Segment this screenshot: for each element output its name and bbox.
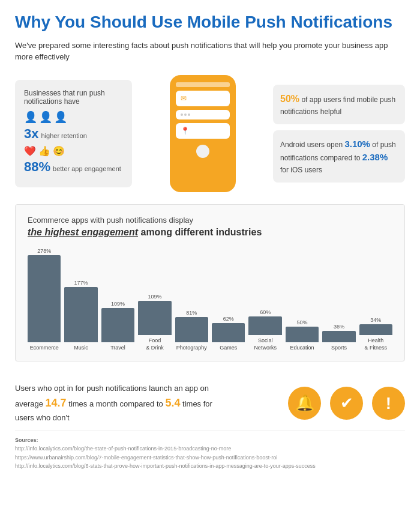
bar-value-1: 177% [74,280,88,286]
retention-number: 3x [24,126,38,142]
bar-chart: 278%Ecommerce177%Music109%Travel109%Food… [28,247,392,352]
bar-value-0: 278% [37,248,51,254]
source-link-3[interactable]: http://info.localytics.com/blog/6-stats-… [15,463,316,469]
bottom-section: Users who opt in for push notifications … [15,373,405,431]
bar-group-2: 109%Travel [101,301,134,352]
bar-rect-2 [101,308,134,342]
bar-label-0: Ecommerce [30,345,59,352]
person-icon-3: 👤 [54,110,67,124]
heart-icon: ❤️ [24,145,36,157]
people-icons: 👤 👤 👤 [24,110,123,124]
check-icon-circle: ✔ [330,387,363,420]
info-box-2: Android users open 3.10% of push notific… [273,130,405,183]
bar-rect-7 [286,327,319,342]
bar-group-4: 81%Photography [175,310,208,352]
engagement-number: 88% [24,159,50,175]
bar-group-8: 36%Sports [322,324,355,352]
phone-graphic: ✉ 📍 [170,75,236,192]
bar-rect-1 [64,287,97,342]
phone-notification-1: ✉ [176,91,230,106]
reaction-icons: ❤️ 👍 😊 [24,145,123,157]
bar-rect-3 [138,301,171,335]
right-info-boxes: 50% of app users find mobile push notifi… [273,85,405,183]
fifty-percent: 50% [280,94,299,104]
bar-label-4: Photography [176,345,207,352]
non-opt-times: 5.4 [165,397,180,409]
bar-rect-5 [212,323,245,342]
bar-value-9: 34% [370,317,381,323]
chart-title-text: Ecommerce apps with push notifications d… [28,216,392,225]
person-icon-2: 👤 [39,110,52,124]
engagement-label: better app engagement [53,165,121,172]
dot-3 [188,113,190,116]
bar-rect-4 [175,317,208,342]
notification-dots [181,113,190,116]
bar-label-3: Food& Drink [146,337,164,351]
chart-title-bold: the highest engagement among different i… [28,227,392,238]
chart-section: Ecommerce apps with push notifications d… [15,204,405,361]
bar-value-7: 50% [297,319,308,325]
bar-group-3: 109%Food& Drink [138,294,171,351]
bar-value-2: 109% [111,301,125,307]
email-icon: ✉ [181,94,187,103]
phone-notification-3: 📍 [176,123,230,139]
bar-label-1: Music [74,345,88,352]
ios-percent: 2.38% [362,152,388,162]
bar-group-5: 62%Games [212,316,245,352]
phone-notification-2 [176,110,230,119]
smile-icon: 😊 [53,145,65,157]
phone-home-button [196,145,209,158]
info-box-1: 50% of app users find mobile push notifi… [273,85,405,124]
retention-stat: 3x higher retention [24,126,123,142]
bar-rect-8 [322,331,355,342]
bar-label-5: Games [220,345,237,352]
bottom-text-2: times a month compared to [68,399,165,408]
bar-rect-9 [359,324,392,335]
bottom-icons: 🔔 ✔ ! [288,387,405,420]
bar-value-4: 81% [186,310,197,316]
bar-value-3: 109% [148,294,161,300]
page-title: Why You Should Use Mobile Push Notificat… [15,12,405,32]
bar-rect-6 [248,316,281,335]
location-icon: 📍 [181,127,190,135]
bar-label-2: Travel [110,345,125,352]
main-container: Why You Should Use Mobile Push Notificat… [0,0,420,477]
engagement-stat: 88% better app engagement [24,159,123,175]
phone-container: ✉ 📍 [161,75,245,192]
top-section: Businesses that run push notifications h… [15,75,405,192]
bar-rect-0 [28,255,61,342]
bar-label-7: Education [290,345,314,352]
avg-times: 14.7 [46,397,67,409]
left-info-box: Businesses that run push notifications h… [15,80,132,187]
left-box-text: Businesses that run push notifications h… [24,89,123,106]
android-percent: 3.10% [344,139,370,149]
sources-title: Sources: [15,437,38,443]
thumbs-up-icon: 👍 [38,145,50,157]
bar-label-9: Health& Fitness [365,337,388,351]
bar-group-1: 177%Music [64,280,97,352]
chart-title-end: among different industries [140,227,262,237]
retention-label: higher retention [41,132,86,139]
bar-value-5: 62% [223,316,234,322]
bar-label-8: Sports [331,345,347,352]
person-icon-1: 👤 [24,110,37,124]
bar-group-0: 278%Ecommerce [28,248,61,352]
sources-section: Sources: http://info.localytics.com/blog… [15,431,405,471]
dot-2 [184,113,187,116]
bar-value-6: 60% [260,309,271,315]
page-subtitle: We've prepared some interesting facts ab… [15,40,405,63]
bar-value-8: 36% [334,324,344,330]
android-text-3: for iOS users [280,166,322,174]
bottom-text: Users who opt in for push notifications … [15,382,231,425]
source-link-1[interactable]: http://info.localytics.com/blog/the-stat… [15,446,231,452]
dot-1 [181,113,183,116]
android-text-1: Android users open [280,141,344,149]
bar-group-7: 50%Education [286,319,319,352]
bar-group-6: 60%SocialNetworks [248,309,281,351]
bar-group-9: 34%Health& Fitness [359,317,392,351]
exclaim-icon-circle: ! [372,387,405,420]
highest-engagement-text: the highest engagement [28,227,138,237]
phone-status-bar [176,82,230,87]
source-link-2[interactable]: https://www.urbanairship.com/blog/7-mobi… [15,455,277,461]
bell-icon-circle: 🔔 [288,387,321,420]
